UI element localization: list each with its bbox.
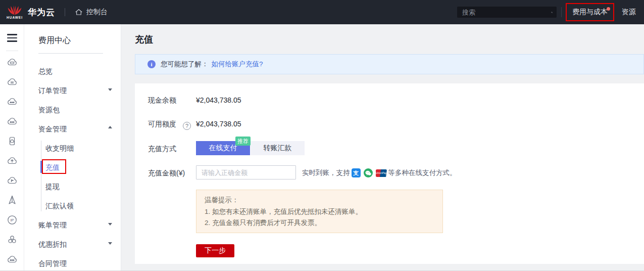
credit-label-text: 可用额度 bbox=[148, 120, 176, 128]
amount-input[interactable] bbox=[196, 165, 296, 179]
topbar-search[interactable] bbox=[457, 7, 557, 18]
tips-line-2: 2. 充值金额只有消费后才可开具发票。 bbox=[205, 217, 434, 229]
next-step-button[interactable]: 下一步 bbox=[196, 244, 234, 257]
chevron-down-icon[interactable] bbox=[108, 242, 112, 245]
paper-plane-icon[interactable] bbox=[6, 194, 18, 206]
sidebar-item-withdraw[interactable]: 提现 bbox=[45, 183, 60, 192]
cloud-server-icon[interactable] bbox=[6, 56, 18, 68]
unionpay-icon: UnionPay bbox=[376, 169, 387, 177]
huawei-logo: HUAWEI bbox=[7, 6, 23, 19]
sidebar-item-funds[interactable]: 资金管理 bbox=[38, 125, 67, 134]
sidebar-item-resource-pkg[interactable]: 资源包 bbox=[38, 106, 60, 115]
cloud-options-icon[interactable] bbox=[6, 253, 18, 265]
topbar-right: 费用与成本 资源 bbox=[457, 3, 644, 21]
search-icon[interactable] bbox=[551, 9, 553, 16]
cash-balance-value: ¥2,043,738.05 bbox=[196, 96, 241, 104]
payment-note: 实时到账，支持 支 UnionPay 等多种在线支付方式。 bbox=[302, 168, 457, 177]
sidebar-item-bills[interactable]: 账单管理 bbox=[38, 221, 67, 230]
sidebar-item-overview[interactable]: 总览 bbox=[38, 67, 53, 76]
active-item-indicator bbox=[40, 161, 42, 173]
chevron-up-icon[interactable] bbox=[108, 126, 112, 128]
sidebar-item-income-detail[interactable]: 收支明细 bbox=[45, 144, 74, 153]
topbar-item-billing[interactable]: 费用与成本 bbox=[566, 3, 614, 21]
cloud-services-icon[interactable] bbox=[6, 96, 18, 108]
svg-text:IP: IP bbox=[10, 218, 14, 222]
alipay-icon: 支 bbox=[352, 168, 361, 177]
cloud-database-icon[interactable] bbox=[6, 76, 18, 88]
main-content: 充值 i 您可能想了解： 如何给账户充值? 现金余额 ¥2,043,738.05… bbox=[121, 24, 644, 271]
console-label: 控制台 bbox=[86, 8, 108, 17]
console-link[interactable]: 控制台 bbox=[75, 8, 108, 17]
unionpay-text: UnionPay bbox=[376, 171, 387, 174]
credit-label: 可用额度? bbox=[148, 120, 191, 130]
wechat-pay-icon bbox=[364, 168, 373, 177]
amount-label: 充值金额(¥) bbox=[148, 169, 185, 178]
ip-address-icon[interactable]: IP bbox=[6, 214, 18, 226]
chevron-down-icon[interactable] bbox=[108, 223, 112, 225]
payment-note-suffix: 等多种在线支付方式。 bbox=[388, 168, 457, 177]
cluster-icon[interactable] bbox=[6, 234, 18, 246]
submenu-guide-line bbox=[41, 141, 41, 211]
topbar-divider-2 bbox=[561, 7, 562, 17]
mobile-cloud-icon[interactable] bbox=[6, 135, 18, 147]
menu-title: 费用中心 bbox=[38, 35, 71, 46]
payment-method-label: 充值方式 bbox=[148, 145, 176, 154]
recommend-badge: 推荐 bbox=[235, 137, 251, 146]
home-icon bbox=[75, 8, 83, 16]
cash-balance-label: 现金余额 bbox=[148, 96, 176, 105]
info-banner: i 您可能想了解： 如何给账户充值? bbox=[135, 54, 644, 74]
cloud-more-icon[interactable] bbox=[6, 115, 18, 127]
sidebar-item-discounts[interactable]: 优惠折扣 bbox=[38, 240, 67, 249]
cloud-flag-icon[interactable] bbox=[6, 174, 18, 187]
banner-text: 您可能想了解： bbox=[161, 60, 209, 69]
recharge-form-card: 现金余额 ¥2,043,738.05 可用额度? ¥2,043,738.05 充… bbox=[135, 83, 644, 264]
hamburger-menu-icon[interactable] bbox=[7, 34, 17, 44]
chevron-down-icon[interactable] bbox=[108, 88, 112, 91]
huawei-flower-icon bbox=[7, 6, 22, 15]
sidebar-item-contracts[interactable]: 合同管理 bbox=[38, 259, 67, 268]
topbar-divider bbox=[65, 8, 65, 16]
topbar: HUAWEI 华为云 控制台 费用与成本 资源 bbox=[0, 0, 644, 24]
billing-label: 费用与成本 bbox=[572, 8, 608, 17]
strip-divider bbox=[6, 51, 18, 51]
billing-center-menu: 费用中心 总览 订单管理 资源包 资金管理 收支明细 充值 提现 汇款认领 账单… bbox=[24, 24, 121, 271]
payment-note-prefix: 实时到账，支持 bbox=[302, 168, 350, 177]
tips-title: 温馨提示： bbox=[205, 195, 434, 206]
brand-name[interactable]: 华为云 bbox=[28, 7, 55, 18]
notification-dot bbox=[607, 7, 610, 11]
sidebar-item-recharge[interactable]: 充值 bbox=[45, 163, 60, 172]
sidebar-item-orders[interactable]: 订单管理 bbox=[38, 86, 67, 96]
sidebar-item-remittance[interactable]: 汇款认领 bbox=[45, 202, 74, 211]
tab-bank-transfer[interactable]: 转账汇款 bbox=[251, 141, 305, 155]
menu-divider bbox=[38, 53, 103, 54]
search-input[interactable] bbox=[462, 9, 551, 16]
info-icon: i bbox=[147, 60, 156, 68]
banner-help-link[interactable]: 如何给账户充值? bbox=[212, 60, 263, 69]
credit-value: ¥2,043,738.05 bbox=[196, 120, 241, 128]
cloud-upload-icon[interactable] bbox=[6, 155, 18, 167]
service-icon-strip: IP bbox=[0, 24, 24, 271]
tips-box: 温馨提示： 1. 如您有未还清账单，充值后优先抵扣未还清账单。 2. 充值金额只… bbox=[196, 190, 443, 233]
help-icon[interactable]: ? bbox=[183, 122, 191, 130]
topbar-item-resources[interactable]: 资源 bbox=[622, 8, 636, 17]
page-title: 充值 bbox=[135, 33, 153, 46]
tips-line-1: 1. 如您有未还清账单，充值后优先抵扣未还清账单。 bbox=[205, 206, 434, 218]
huawei-logo-text: HUAWEI bbox=[7, 16, 23, 19]
